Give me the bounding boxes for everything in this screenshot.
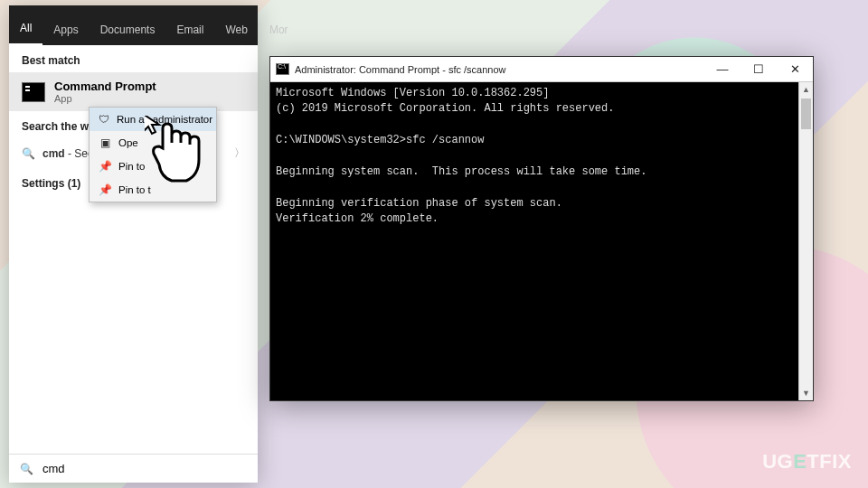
chevron-right-icon: 〉 [234,145,245,161]
console-output[interactable]: Microsoft Windows [Version 10.0.18362.29… [270,82,798,400]
tab-documents[interactable]: Documents [90,13,166,45]
search-web-query: cmd [42,147,65,160]
ctx-open-file-location[interactable]: ▣ Ope [90,131,216,155]
search-bar: 🔍 [9,454,258,483]
search-icon: 🔍 [22,147,35,160]
close-button[interactable]: ✕ [777,57,813,82]
titlebar[interactable]: Administrator: Command Prompt - sfc /sca… [270,57,813,82]
tab-apps[interactable]: Apps [42,13,89,45]
search-icon: 🔍 [20,463,33,475]
command-prompt-window: Administrator: Command Prompt - sfc /sca… [269,56,814,401]
watermark-logo: UGETFIX [762,450,852,474]
start-menu: All Apps Documents Email Web Mor Best ma… [9,5,258,483]
tab-email[interactable]: Email [165,13,214,45]
maximize-button[interactable]: ☐ [741,57,777,82]
scroll-up-icon[interactable]: ▲ [799,82,813,97]
scrollbar-thumb[interactable] [801,99,811,129]
scroll-down-icon[interactable]: ▼ [799,386,813,400]
ctx-item-label: Ope [118,137,138,148]
run-admin-icon: 🛡 [99,113,109,126]
tab-web[interactable]: Web [214,13,258,45]
ctx-item-label: Pin to [118,161,145,172]
pin-icon: 📌 [99,183,111,196]
vertical-scrollbar[interactable]: ▲ ▼ [798,82,813,400]
ctx-item-label: Pin to t [118,184,151,195]
pin-icon: 📌 [99,160,111,173]
best-match-header: Best match [9,45,258,72]
window-title: Administrator: Command Prompt - sfc /sca… [295,64,506,75]
ctx-pin-to-start[interactable]: 📌 Pin to [90,155,216,178]
best-match-title: Command Prompt [54,80,156,93]
open-location-icon: ▣ [99,136,111,149]
tab-more[interactable]: Mor [259,13,299,45]
search-input[interactable] [42,462,247,475]
ctx-run-as-admin[interactable]: 🛡 Run as administrator [90,108,216,131]
ctx-pin-to-taskbar[interactable]: 📌 Pin to t [90,178,216,202]
command-prompt-icon [276,63,289,75]
best-match-subtitle: App [54,93,156,104]
tab-all[interactable]: All [9,11,42,45]
start-tabs: All Apps Documents Email Web Mor [9,5,258,45]
best-match-item[interactable]: Command Prompt App [9,72,258,111]
context-menu: 🛡 Run as administrator ▣ Ope 📌 Pin to 📌 … [89,107,217,202]
command-prompt-icon [22,82,45,102]
ctx-item-label: Run as administrator [117,114,212,125]
minimize-button[interactable]: — [704,57,741,82]
